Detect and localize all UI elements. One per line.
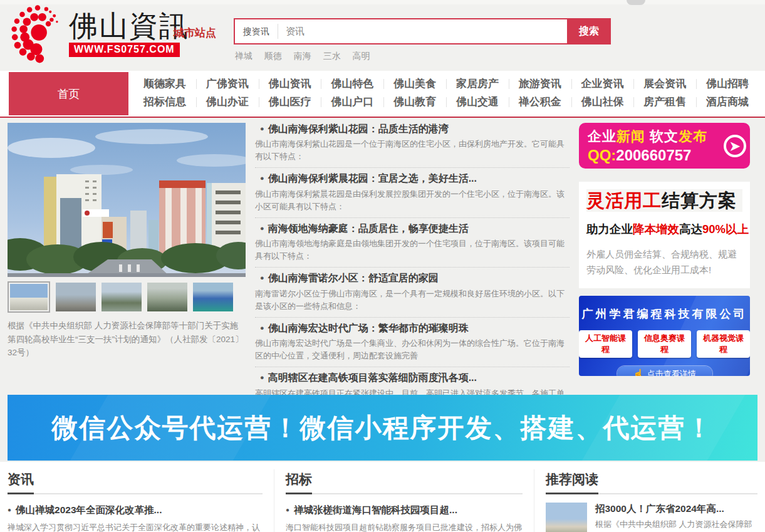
logo-text: 佛山資訊 WWW.FS0757.COM xyxy=(69,11,189,56)
course-pill-olympiad[interactable]: 信息奥赛课程 xyxy=(638,330,691,358)
section-head-row: 资讯 xyxy=(8,471,263,494)
section-tenders: 招标 ●禅城张槎街道海口智能科技园项目超... 海口智能科技园项目超前钻勘察服务… xyxy=(274,469,534,532)
main-photo[interactable] xyxy=(8,123,246,277)
bullet-icon: ● xyxy=(286,506,289,513)
nav-item-enterprise-news[interactable]: 企业资讯 xyxy=(571,76,634,92)
search-input[interactable] xyxy=(278,19,567,43)
news-desc: 南海雷诺尔小区位于佛山市南海区，是一个具有一定规模和良好居住环境的小区。以下是该… xyxy=(255,288,570,313)
search-button[interactable]: 搜索 xyxy=(567,18,611,44)
hand-click-icon: ☝ xyxy=(633,368,643,376)
nav-item-home-property[interactable]: 家居房产 xyxy=(446,76,509,92)
nav-item-foshan-traffic[interactable]: 佛山交通 xyxy=(446,94,509,110)
recommended-text: 招3000人！广东省2024年高... 根据《中共中央组织部 人力资源社会保障部… xyxy=(595,503,757,532)
section-head-row: 招标 xyxy=(286,471,523,494)
section-head-row: 推荐阅读 xyxy=(546,471,757,494)
news-title[interactable]: ●佛山南海保利紫晨花园：宜居之选，美好生活... xyxy=(255,171,570,185)
nav-item-guangfo-news[interactable]: 广佛资讯 xyxy=(196,76,259,92)
main-content: 根据《中共中央组织部 人力资源社会保障部等十部门关于实施第四轮高校毕业生“三支一… xyxy=(8,123,757,417)
nav-home-button[interactable]: 首页 xyxy=(9,72,128,115)
nav-item-foshan-news[interactable]: 佛山资讯 xyxy=(259,76,321,92)
bullet-icon: ● xyxy=(8,506,11,513)
ad-cta-button[interactable]: ☝点击查看详情 xyxy=(617,366,712,376)
nav-item-foshan-medical[interactable]: 佛山医疗 xyxy=(259,94,321,110)
section-heading-tenders[interactable]: 招标 xyxy=(286,471,312,494)
bullet-icon: ● xyxy=(260,224,264,232)
city-links: 禅城 顺德 南海 三水 高明 xyxy=(235,51,380,62)
city-link-chancheng[interactable]: 禅城 xyxy=(235,51,252,61)
nav-links: 顺德家具 广佛资讯 佛山资讯 佛山特色 佛山美食 家居房产 旅游资讯 企业资讯 … xyxy=(128,71,765,117)
nav-item-travel-news[interactable]: 旅游资讯 xyxy=(509,76,571,92)
recommended-title[interactable]: 招3000人！广东省2024年高... xyxy=(595,503,757,516)
news-title[interactable]: ●佛山南海雷诺尔小区：舒适宜居的家园 xyxy=(255,271,570,285)
news-item: ●南海领地海纳豪庭：品质居住，畅享便捷生活 佛山市南海领地海纳豪庭是由领地集团开… xyxy=(255,218,570,268)
ad-coding-company[interactable]: 广州学君编程科技有限公司 人工智能课程 信息奥赛课程 机器视觉课程 ☝点击查看详… xyxy=(579,296,750,376)
ad-course-list: 人工智能课程 信息奥赛课程 机器视觉课程 xyxy=(579,330,750,358)
nav-item-property-rental[interactable]: 房产租售 xyxy=(633,94,696,110)
course-pill-vision[interactable]: 机器视觉课程 xyxy=(697,330,750,358)
news-title[interactable]: ●高明辖区在建高铁项目落实落细防雨度汛各项... xyxy=(255,370,570,385)
nav-item-tender-info[interactable]: 招标信息 xyxy=(133,94,196,110)
section-heading-news[interactable]: 资讯 xyxy=(8,471,34,494)
course-pill-ai[interactable]: 人工智能课程 xyxy=(579,330,632,358)
nav-item-foshan-certificates[interactable]: 佛山办证 xyxy=(196,94,259,110)
site-title: 佛山資訊 xyxy=(69,11,189,41)
section-item-title[interactable]: ●禅城张槎街道海口智能科技园项目超... xyxy=(286,504,523,517)
section-recommended: 推荐阅读 招3000人！广东省2024年高... 根据《中共中央组织部 人力资源… xyxy=(534,469,757,532)
ad-flex-desc: 外雇人员佣金结算、合规纳税、规避劳动风险、优化企业用工成本! xyxy=(586,247,742,278)
ad-news-qq: QQ:200660757 xyxy=(588,147,722,164)
nav-row-2: 招标信息 佛山办证 佛山医疗 佛山户口 佛山教育 佛山交通 禅公积金 佛山社保 … xyxy=(133,94,759,110)
news-title[interactable]: ●佛山南海宏达时代广场：繁华都市的璀璨明珠 xyxy=(255,321,570,335)
bullet-icon: ● xyxy=(260,274,264,281)
bullet-icon: ● xyxy=(260,324,264,331)
sidebar: 企业新闻 软文发布 QQ:200660757 ➤ 灵活用工结算方案 助力企业降本… xyxy=(579,123,750,417)
bullet-icon: ● xyxy=(260,174,264,182)
news-list: ●佛山南海保利紫山花园：品质生活的港湾 佛山市南海保利紫山花园是一个位于南海区的… xyxy=(255,120,570,417)
nav-item-shunde-furniture[interactable]: 顺德家具 xyxy=(133,76,196,92)
news-item: ●佛山南海保利紫晨花园：宜居之选，美好生活... 佛山市南海保利紫晨花园是由保利… xyxy=(255,168,570,217)
banner-text: 微信公众号代运营！微信小程序开发、搭建、代运营！ xyxy=(8,395,757,461)
ad-flexible-employment[interactable]: 灵活用工结算方案 助力企业降本增效高达90%以上 外雇人员佣金结算、合规纳税、规… xyxy=(579,182,750,288)
news-desc: 佛山市南海保利紫晨花园是由保利发展控股集团开发的一个住宅小区，位于南海区。该小区… xyxy=(255,188,570,213)
city-link-shunde[interactable]: 顺德 xyxy=(264,51,282,61)
nav-item-foshan-food[interactable]: 佛山美食 xyxy=(383,76,446,92)
city-link-nanhai[interactable]: 南海 xyxy=(294,51,311,61)
gallery-caption: 根据《中共中央组织部 人力资源社会保障部等十部门关于实施第四轮高校毕业生“三支一… xyxy=(8,319,246,360)
section-item-desc: 海口智能科技园项目超前钻勘察服务项目已批准建设，招标人为佛山市禅城区 xyxy=(286,521,523,532)
news-item: ●佛山南海保利紫山花园：品质生活的港湾 佛山市南海保利紫山花园是一个位于南海区的… xyxy=(255,120,570,168)
nav-item-foshan-jobs[interactable]: 佛山招聘 xyxy=(696,76,759,92)
news-title[interactable]: ●南海领地海纳豪庭：品质居住，畅享便捷生活 xyxy=(255,221,570,236)
bullet-icon: ● xyxy=(260,125,264,132)
nav-row-1: 顺德家具 广佛资讯 佛山资讯 佛山特色 佛山美食 家居房产 旅游资讯 企业资讯 … xyxy=(133,76,759,92)
recommended-item[interactable]: 招3000人！广东省2024年高... 根据《中共中央组织部 人力资源社会保障部… xyxy=(546,503,757,532)
nav-item-hotel-mall[interactable]: 酒店商城 xyxy=(696,94,759,110)
gallery-column: 根据《中共中央组织部 人力资源社会保障部等十部门关于实施第四轮高校毕业生“三支一… xyxy=(8,123,246,417)
bullet-icon: ● xyxy=(260,373,264,381)
thumbnail-4[interactable] xyxy=(147,283,187,311)
nav-item-foshan-features[interactable]: 佛山特色 xyxy=(321,76,383,92)
city-link-sanshui[interactable]: 三水 xyxy=(323,51,341,61)
nav-item-foshan-hukou[interactable]: 佛山户口 xyxy=(321,94,383,110)
thumbnail-5[interactable] xyxy=(193,283,233,311)
thumbnail-3[interactable] xyxy=(101,283,142,311)
city-link-gaoming[interactable]: 高明 xyxy=(353,51,370,61)
news-title[interactable]: ●佛山南海保利紫山花园：品质生活的港湾 xyxy=(255,122,570,136)
search-bar: 搜资讯 搜索 xyxy=(234,18,611,44)
search-category[interactable]: 搜资讯 xyxy=(235,24,278,39)
thumbnail-1[interactable] xyxy=(8,281,50,313)
section-heading-recommended[interactable]: 推荐阅读 xyxy=(546,471,598,494)
ad-news-publish[interactable]: 企业新闻 软文发布 QQ:200660757 ➤ xyxy=(579,123,750,169)
thumbnail-2[interactable] xyxy=(56,283,96,311)
arrow-right-icon: ➤ xyxy=(724,135,746,157)
nav-item-foshan-education[interactable]: 佛山教育 xyxy=(383,94,446,110)
scroll-top-tab[interactable] xyxy=(627,0,645,5)
recommended-thumbnail xyxy=(546,503,587,532)
section-item-title[interactable]: ●佛山禅城2023年全面深化改革推... xyxy=(8,504,263,517)
news-item: ●佛山南海宏达时代广场：繁华都市的璀璨明珠 佛山市南海宏达时代广场是一个集商业、… xyxy=(255,318,570,367)
nav-item-chan-fund[interactable]: 禅公积金 xyxy=(509,94,571,110)
nav-item-foshan-social-security[interactable]: 佛山社保 xyxy=(571,94,634,110)
wechat-service-banner[interactable]: 微信公众号代运营！微信小程序开发、搭建、代运营！ xyxy=(8,395,757,461)
site-logo[interactable]: 佛山資訊 WWW.FS0757.COM xyxy=(8,4,189,64)
section-item: ●佛山禅城2023年全面深化改革推... 禅城深入学习贯彻习近平总书记关于全面深… xyxy=(8,504,263,532)
nav-item-expo-news[interactable]: 展会资讯 xyxy=(633,76,696,92)
photo-thumbnails xyxy=(8,283,246,311)
